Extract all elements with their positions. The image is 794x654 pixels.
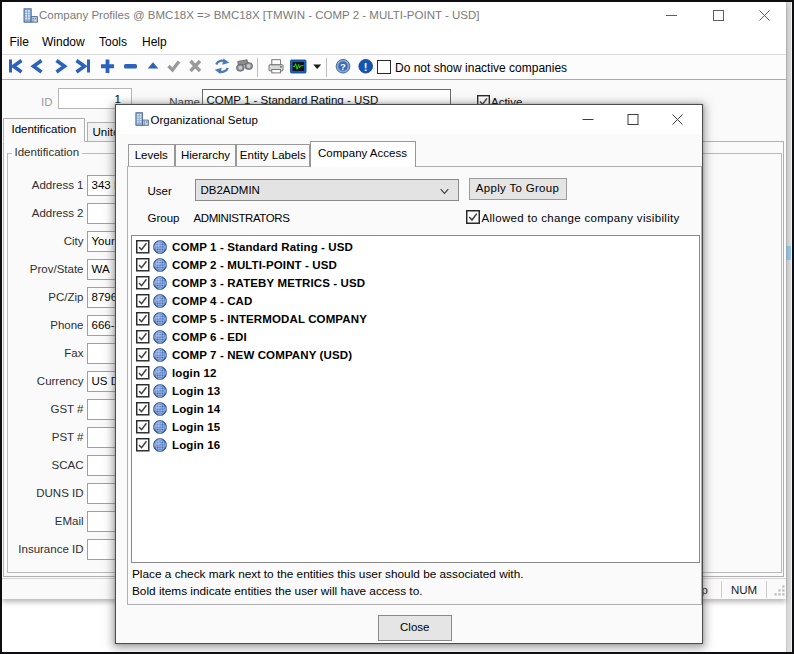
svg-text:!: ! xyxy=(363,60,367,72)
svg-text:?: ? xyxy=(340,61,346,72)
